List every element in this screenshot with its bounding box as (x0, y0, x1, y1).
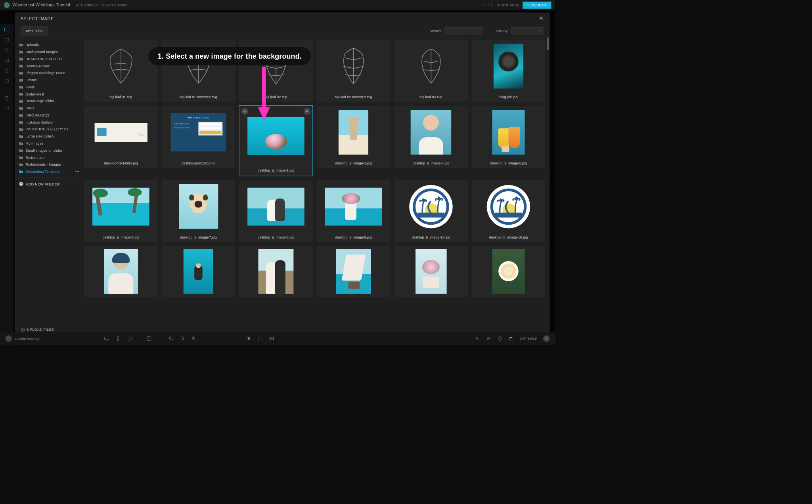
image-cell[interactable]: desktop_b_image-10.jpg (394, 180, 468, 242)
folder-item[interactable]: BRANDING GALLERY (17, 55, 81, 62)
image-cell[interactable]: desktop_a_image-9.jpg (316, 180, 390, 242)
app-logo[interactable] (4, 2, 10, 8)
svg-rect-11 (6, 96, 8, 100)
zoom-out-icon[interactable] (169, 336, 174, 342)
image-cell[interactable]: big leaf 02 reversed.svg (316, 40, 390, 102)
image-cell[interactable]: big leaf 03.svg (394, 40, 468, 102)
eye-icon (496, 3, 500, 7)
check-icon[interactable] (241, 108, 248, 115)
folder-item[interactable]: INFO (17, 105, 81, 112)
history-icon[interactable] (497, 336, 503, 342)
svg-rect-29 (147, 337, 151, 341)
logo-thumbnail (412, 187, 450, 225)
folder-item[interactable]: HomePage Slider (17, 97, 81, 105)
image-cell[interactable]: blog-pic.jpg (471, 40, 545, 102)
svg-rect-8 (5, 59, 9, 62)
user-avatar[interactable] (6, 335, 12, 342)
folder-item[interactable]: Uploads (17, 41, 81, 48)
image-cell[interactable]: desktop_a_image-3.jpg (316, 106, 390, 168)
folder-label: Dummy Folder (25, 64, 50, 68)
folder-item[interactable]: Gallery-test (17, 90, 81, 97)
zoom-in-icon[interactable] (192, 336, 197, 342)
folder-item[interactable]: Fonts (17, 84, 81, 91)
folder-icon (19, 64, 23, 68)
search-input[interactable] (444, 27, 483, 34)
folder-more-icon[interactable]: ••• (75, 170, 80, 174)
crop-tool-icon[interactable] (258, 336, 263, 342)
image-tool-icon[interactable] (269, 336, 274, 342)
image-cell[interactable]: desktop_a_image-8.jpg (239, 180, 313, 242)
folder-item[interactable]: My Images (17, 140, 81, 147)
zoom-reset-icon[interactable] (180, 336, 186, 342)
folder-icon (19, 163, 23, 166)
image-cell[interactable]: Signdesk-contact-intro.jpg (84, 106, 158, 168)
image-cell[interactable] (161, 246, 235, 297)
image-cell[interactable]: desktop_a_image-5.jpg (471, 106, 545, 168)
get-help-link[interactable]: GET HELP (520, 336, 537, 340)
image-grid-wrap: big leaf 01.svgbig leaf 01 reversed.svgb… (84, 37, 550, 323)
tab-my-files[interactable]: MY FILES (21, 26, 48, 36)
leaf-thumbnail (401, 45, 461, 87)
folder-item[interactable]: Wanderlust Template••• (17, 168, 81, 175)
folder-icon (19, 134, 23, 138)
mobile-icon[interactable] (115, 336, 121, 342)
upload-icon (21, 327, 25, 332)
link-icon[interactable] (304, 108, 311, 115)
background-left-rail (0, 24, 13, 332)
image-label: desktop_a_image-6.jpg (84, 233, 158, 242)
image-cell[interactable] (239, 246, 313, 297)
image-cell[interactable]: desktop_a_image-6.jpg (84, 180, 158, 242)
folder-item[interactable]: Events (17, 76, 81, 84)
image-label: desktop_a_image-7.jpg (161, 233, 235, 242)
text-tool-icon[interactable]: T (246, 336, 252, 342)
folder-item[interactable]: Testimonials - Images (17, 161, 81, 168)
add-new-folder-button[interactable]: ADD NEW FOLDER (17, 178, 81, 190)
connect-domain-link[interactable]: CONNECT YOUR DOMAIN (76, 3, 127, 7)
folder-item[interactable]: Background Images (17, 48, 81, 55)
svg-rect-12 (5, 107, 9, 110)
folder-item[interactable]: Large size gallery (17, 133, 81, 140)
image-cell[interactable]: desktop_b_image-10.jpg (471, 180, 545, 242)
folder-label: Events (25, 78, 36, 82)
folder-item[interactable]: INFO IMAGES (17, 112, 81, 119)
image-cell[interactable]: desktop_a_image-4.jpg (394, 106, 468, 168)
folder-item[interactable]: Small images on slider (17, 147, 81, 154)
svg-rect-27 (117, 337, 119, 341)
folder-item[interactable]: INVITATION GALLERY 01 (17, 126, 81, 133)
folder-item[interactable]: Elegant Weddings Mono (17, 69, 81, 76)
upload-files-button[interactable]: UPLOAD FILES (21, 327, 54, 332)
grid-icon[interactable] (146, 336, 152, 342)
image-cell[interactable] (316, 246, 390, 297)
image-cell[interactable]: desktop_a_image-2.jpg (239, 106, 313, 176)
publish-button[interactable]: PUBLISH (523, 2, 551, 9)
save-icon[interactable] (508, 336, 514, 342)
image-label: big leaf 03.svg (394, 93, 468, 102)
folder-item[interactable]: Tester trash (17, 154, 81, 161)
image-cell[interactable]: desktop_a_image-7.jpg (161, 180, 235, 242)
preview-button[interactable]: PREVIEW (496, 3, 519, 7)
folder-label: Uploads (25, 43, 39, 47)
lightning-icon (527, 4, 530, 7)
image-label: desktop_a_image-9.jpg (316, 233, 390, 242)
sort-dropdown[interactable] (511, 27, 544, 34)
help-icon[interactable]: ? (543, 335, 550, 342)
image-cell[interactable] (471, 246, 545, 297)
redo-icon[interactable] (486, 336, 491, 342)
undo-icon[interactable] (474, 336, 480, 342)
folder-item[interactable]: Dummy Folder (17, 62, 81, 69)
scrollbar-thumb[interactable] (547, 37, 549, 50)
folder-icon (19, 99, 23, 103)
svg-point-43 (270, 338, 271, 338)
image-cell[interactable]: VIP POST CARDSee you soonStyle & Gracede… (161, 106, 235, 168)
desktop-icon[interactable] (104, 336, 110, 342)
tutorial-arrow-icon (256, 67, 272, 121)
tablet-icon[interactable] (127, 336, 132, 342)
close-icon[interactable]: ✕ (539, 15, 544, 21)
image-cell[interactable] (84, 246, 158, 297)
image-cell[interactable] (394, 246, 468, 297)
image-cell[interactable]: big leaf 01.svg (84, 40, 158, 102)
folder-item[interactable]: Invitation Gallery (17, 118, 81, 126)
more-dots[interactable]: • • • (483, 2, 493, 7)
folder-icon (19, 141, 23, 145)
scrollbar-track[interactable] (547, 37, 549, 323)
